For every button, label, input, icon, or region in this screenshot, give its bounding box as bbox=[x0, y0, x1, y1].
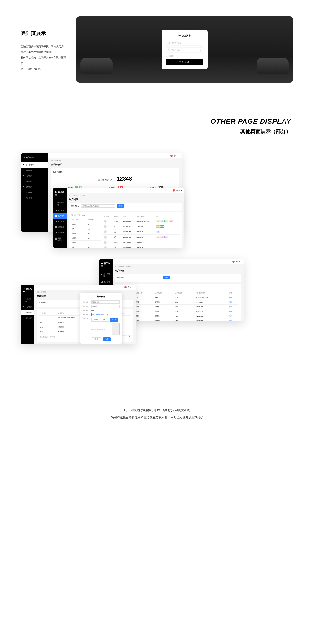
sidebar-item[interactable]: 云手机管理 bbox=[21, 296, 34, 304]
login-button[interactable]: 立即登录 bbox=[166, 59, 203, 65]
sidebar-item[interactable]: 精准触达 bbox=[53, 224, 67, 230]
sidebar-item[interactable]: 精准触达 bbox=[21, 310, 34, 316]
dashboard-user-list: IM 智己汽车 云手机管理用户管理用户列表用户分层精准触达标签管理反向AIGC … bbox=[53, 188, 184, 248]
task-name-input[interactable] bbox=[92, 300, 120, 304]
table-row[interactable]: 红旗001 bbox=[71, 245, 101, 248]
table-row[interactable]: 刘翔磊158300032312005-06-07 16:00:03标签标签标签标… bbox=[103, 219, 180, 224]
search-button[interactable]: 查询 bbox=[117, 204, 124, 208]
crowd-select[interactable] bbox=[92, 305, 120, 308]
sidebar-item[interactable]: 用户管理 bbox=[21, 304, 34, 310]
tab-msg3[interactable]: 消息三 bbox=[110, 318, 118, 322]
table-row[interactable]: 理想圈03 bbox=[71, 222, 101, 227]
sidebar-item[interactable]: 云手机管理 bbox=[99, 271, 113, 279]
search-input[interactable] bbox=[127, 276, 161, 279]
user-menu[interactable]: 用户名 ▾ bbox=[173, 189, 182, 192]
svg-rect-1 bbox=[168, 50, 170, 51]
search-input[interactable] bbox=[81, 204, 115, 208]
datetime-picker[interactable]: 2018-8-18 01:23:02 bbox=[92, 313, 105, 316]
page-title: 云手机管理 bbox=[51, 163, 179, 166]
svg-rect-0 bbox=[168, 42, 170, 44]
confirm-button[interactable]: 确定 bbox=[103, 337, 111, 341]
sidebar: IM 智己汽车 云手机管理用户管理用户列表用户分层精准触达标签管理反向AIGC bbox=[53, 188, 67, 248]
sidebar-item[interactable]: 用户管理 bbox=[53, 208, 67, 213]
table-row[interactable]: 王小158702241272006-01-20标签 bbox=[103, 229, 180, 234]
table-row[interactable]: 张三158202343032015-02-20标签标签标签 bbox=[103, 234, 180, 240]
section-title: 登陆页展示 bbox=[21, 30, 67, 37]
sidebar-item[interactable]: 角色管理 bbox=[21, 168, 48, 174]
sidebar-item[interactable]: 反向AIGC bbox=[21, 190, 48, 196]
table-row[interactable]: 蔚来013 bbox=[71, 227, 101, 232]
tab-msg2[interactable]: 消息二 bbox=[101, 318, 109, 322]
modal-title: 创建任务 bbox=[83, 295, 120, 298]
section-desc: 登陆页面设计做到不干扰、不打扰用户，关注点集中在登陆信息本身。整体风格简约，提高… bbox=[21, 44, 67, 72]
sidebar-item[interactable]: 反向AIGC bbox=[53, 235, 67, 242]
phone-icon bbox=[168, 42, 170, 44]
table-row[interactable]: 李白158210211901982-10-16标签标签 bbox=[103, 224, 180, 229]
table-row[interactable]: 特斯拉013 bbox=[71, 232, 101, 236]
section-header: OTHER PAGE DISPLAY 其他页面展示（部分） bbox=[0, 106, 314, 153]
phone-input[interactable]: 请输入手机号 bbox=[166, 40, 203, 46]
sidebar-item[interactable]: 云手机管理 bbox=[21, 162, 48, 168]
sidebar-item[interactable]: 云手机管理 bbox=[53, 200, 67, 208]
sidebar-item[interactable]: 标签管理 bbox=[21, 184, 48, 190]
sidebar-item[interactable]: 用户分层 bbox=[53, 219, 67, 224]
user-menu[interactable]: 用户名 ▾ bbox=[232, 261, 241, 263]
header-en: OTHER PAGE DISPLAY bbox=[23, 118, 291, 125]
password-input[interactable]: 请输入密码 ● bbox=[166, 48, 203, 53]
panel-title: 机器人数据 bbox=[53, 170, 177, 173]
table-row[interactable]: 安娜158300283501976-01-31 bbox=[103, 245, 180, 248]
phone-preview bbox=[112, 323, 120, 335]
remember-checkbox[interactable]: 记住密码 bbox=[166, 55, 203, 57]
sidebar: IM 智己汽车 云手机管理用户管理精准触达标签管理 bbox=[21, 284, 34, 344]
stat-total: □ 机器人总数（台）：12348 bbox=[53, 176, 177, 182]
table-row[interactable]: 陈晓磊158300282701998-09-05 bbox=[103, 240, 180, 245]
sidebar-item[interactable]: 标签管理 bbox=[21, 316, 34, 321]
breadcrumb: 首页 / 云手机管理 bbox=[51, 160, 179, 162]
sidebar-item[interactable]: 用户列表 bbox=[53, 213, 67, 219]
tab-msg1[interactable]: 消息一 bbox=[92, 318, 100, 322]
footer-description: 统一和布局的通用性，形成一致的交互和视觉引线 为用户减噪更好的让用户重点放在信息… bbox=[0, 365, 314, 421]
logo: IM 智己汽车 bbox=[166, 34, 203, 37]
table-row[interactable]: 奔驰圈043 bbox=[71, 236, 101, 240]
login-description: 登陆页展示 登陆页面设计做到不干扰、不打扰用户，关注点集中在登陆信息本身。整体风… bbox=[21, 16, 67, 83]
sidebar-item[interactable]: 标签管理 bbox=[53, 230, 67, 235]
search-button[interactable]: 查询 bbox=[162, 276, 170, 279]
sidebar-item[interactable]: 用户管理 bbox=[99, 279, 113, 284]
user-menu[interactable]: 用户名 ▾ bbox=[170, 155, 179, 157]
header-cn: 其他页面展示（部分） bbox=[23, 128, 291, 135]
lock-icon bbox=[168, 49, 170, 51]
login-card: IM 智己汽车 请输入手机号 请输入密码 ● 记住密码 立即登录 bbox=[161, 30, 208, 69]
sidebar-item[interactable]: 精准触达 bbox=[21, 179, 48, 184]
sidebar-item[interactable]: 系统设置 bbox=[21, 196, 48, 201]
cancel-button[interactable]: 取消 bbox=[92, 337, 101, 341]
login-screenshot: IM 智己汽车 请输入手机号 请输入密码 ● 记住密码 立即登录 bbox=[76, 16, 293, 83]
create-task-modal: 创建任务 任务名称： 触达路径： 人数统计：870 执行时间：2018-8-18… bbox=[80, 293, 122, 344]
avatar-icon bbox=[170, 155, 173, 157]
table-row[interactable]: 宝马圈 bbox=[71, 240, 101, 245]
dashboard-precision-reach: IM 智己汽车 云手机管理用户管理精准触达标签管理 用户名 ▾ 首页 / 精准触… bbox=[21, 284, 136, 344]
sidebar: IM 智己汽车 云手机管理角色管理用户管理精准触达标签管理反向AIGC系统设置 bbox=[21, 153, 48, 232]
sidebar-logo: IM 智己汽车 bbox=[21, 156, 48, 162]
sidebar-item[interactable]: 用户管理 bbox=[21, 174, 48, 179]
